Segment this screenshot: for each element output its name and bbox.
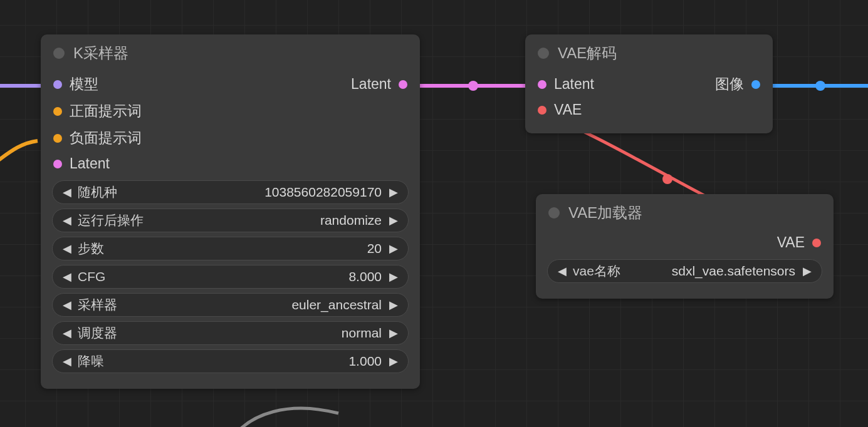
port-in-positive[interactable] [53,107,62,116]
output-label-image: 图像 [715,75,744,94]
wire-dot-vae [662,174,672,184]
input-label-positive: 正面提示词 [70,101,142,121]
widget-after[interactable]: ◀ 运行后操作 randomize ▶ [52,208,409,232]
widget-label: vae名称 [573,262,620,280]
widget-value[interactable]: 8.000 [105,269,382,284]
status-dot-icon [548,207,560,219]
arrow-left-icon[interactable]: ◀ [59,326,75,340]
node-title: K采样器 [73,43,128,63]
widget-label: CFG [78,269,105,284]
node-title: VAE加载器 [568,203,642,223]
widget-value[interactable]: sdxl_vae.safetensors [620,264,795,279]
input-label-latent: Latent [554,76,594,93]
wire-dot-latent [468,81,478,91]
arrow-left-icon[interactable]: ◀ [59,242,75,255]
arrow-right-icon[interactable]: ▶ [385,185,402,199]
widget-label: 调度器 [78,324,117,342]
status-dot-icon [53,48,65,59]
arrow-right-icon[interactable]: ▶ [385,242,402,255]
widget-label: 随机种 [78,183,117,201]
arrow-right-icon[interactable]: ▶ [799,264,815,278]
arrow-right-icon[interactable]: ▶ [385,298,402,312]
arrow-right-icon[interactable]: ▶ [385,214,402,227]
output-label-vae: VAE [777,234,805,251]
widget-value[interactable]: 1038560282059170 [117,185,382,200]
input-label-model: 模型 [70,75,98,94]
widget-value[interactable]: normal [117,326,382,341]
arrow-right-icon[interactable]: ▶ [385,354,402,368]
widget-value[interactable]: 1.000 [104,354,382,369]
widget-sampler[interactable]: ◀ 采样器 euler_ancestral ▶ [52,293,409,317]
port-in-vae[interactable] [538,106,546,115]
arrow-right-icon[interactable]: ▶ [385,270,402,284]
widget-denoise[interactable]: ◀ 降噪 1.000 ▶ [52,349,409,373]
port-in-latent[interactable] [53,160,62,168]
node-vaedecode[interactable]: VAE解码 Latent 图像 VAE [525,34,773,133]
arrow-left-icon[interactable]: ◀ [59,270,75,284]
arrow-right-icon[interactable]: ▶ [385,326,402,340]
node-header[interactable]: VAE解码 [525,34,773,68]
widget-value[interactable]: euler_ancestral [117,297,382,312]
port-in-model[interactable] [53,80,62,89]
widget-steps[interactable]: ◀ 步数 20 ▶ [52,237,409,260]
output-label-latent: Latent [351,76,391,93]
node-title: VAE解码 [558,43,617,63]
widget-seed[interactable]: ◀ 随机种 1038560282059170 ▶ [52,180,409,204]
node-header[interactable]: K采样器 [41,34,420,68]
node-vaeloader[interactable]: VAE加载器 VAE ◀ vae名称 sdxl_vae.safetensors … [536,194,834,299]
port-out-image[interactable] [751,80,760,89]
node-header[interactable]: VAE加载器 [536,194,834,228]
port-out-vae[interactable] [812,239,821,247]
widget-value[interactable]: randomize [144,213,382,228]
arrow-left-icon[interactable]: ◀ [59,214,75,227]
widget-label: 步数 [78,240,104,257]
widget-label: 降噪 [78,352,104,370]
widget-value[interactable]: 20 [104,241,382,256]
arrow-left-icon[interactable]: ◀ [59,185,75,199]
widget-label: 采样器 [78,296,117,314]
status-dot-icon [538,48,549,59]
input-label-negative: 负面提示词 [70,128,142,148]
port-out-latent[interactable] [399,80,407,89]
widget-scheduler[interactable]: ◀ 调度器 normal ▶ [52,321,409,345]
widget-cfg[interactable]: ◀ CFG 8.000 ▶ [52,265,409,289]
arrow-left-icon[interactable]: ◀ [59,354,75,368]
arrow-left-icon[interactable]: ◀ [59,298,75,312]
port-in-latent[interactable] [538,80,546,89]
node-ksampler[interactable]: K采样器 模型 Latent 正面提示词 负面提示词 [41,34,420,389]
input-label-vae: VAE [554,101,582,118]
arrow-left-icon[interactable]: ◀ [554,264,570,278]
wire-dot-image [815,81,825,91]
input-label-latent: Latent [70,155,110,172]
widget-vae-name[interactable]: ◀ vae名称 sdxl_vae.safetensors ▶ [547,259,822,283]
port-in-negative[interactable] [53,134,62,143]
widget-label: 运行后操作 [78,212,144,229]
